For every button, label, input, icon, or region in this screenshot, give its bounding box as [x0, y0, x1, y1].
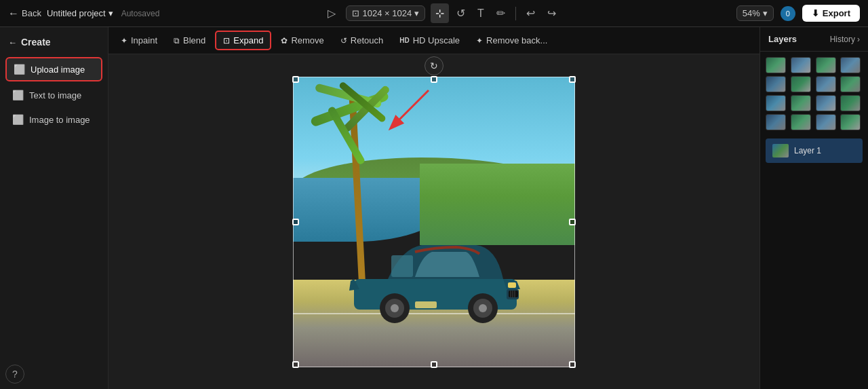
divider: [515, 7, 516, 20]
topbar: ← Back Untitled project ▾ Autosaved ▷ ⊡ …: [0, 0, 868, 27]
text-tool-button[interactable]: T: [473, 4, 489, 23]
tool-group: ⊹ ↺ T ✏ ↩ ↪: [431, 3, 561, 23]
handle-bottom-middle[interactable]: [431, 361, 437, 368]
pen-tool-button[interactable]: ✏: [492, 3, 510, 23]
remove-back-label: Remove back...: [486, 35, 547, 45]
retouch-label: Retouch: [351, 35, 383, 45]
svg-rect-14: [415, 301, 437, 308]
thumbnail-5[interactable]: [766, 76, 786, 92]
blend-button[interactable]: ⧉ Blend: [167, 32, 212, 49]
sidebar-item-text-label: Text to image: [29, 90, 81, 100]
svg-point-9: [479, 304, 487, 312]
hd-icon: HD: [399, 37, 409, 44]
handle-middle-left[interactable]: [292, 219, 299, 225]
handle-top-middle[interactable]: [431, 76, 437, 83]
autosaved-label: Autosaved: [121, 9, 160, 18]
help-button[interactable]: ?: [5, 365, 24, 384]
svg-rect-10: [509, 291, 518, 297]
network-indicator[interactable]: 0: [781, 6, 795, 21]
sidebar-bottom: ?: [5, 365, 102, 384]
history-chevron-icon: ›: [857, 35, 860, 44]
inpaint-button[interactable]: ✦ Inpaint: [114, 32, 164, 49]
blend-label: Blend: [183, 35, 205, 45]
thumbnail-4[interactable]: [840, 57, 861, 73]
sidebar-item-text-to-image[interactable]: ⬜ Text to image: [5, 84, 102, 106]
upload-icon: ⬜: [14, 64, 25, 75]
canvas-viewport[interactable]: ↻: [108, 54, 760, 389]
thumbnail-6[interactable]: [791, 76, 811, 92]
svg-rect-3: [508, 282, 516, 288]
svg-rect-1: [391, 255, 413, 277]
toolbar-strip: ✦ Inpaint ⧉ Blend ⊡ Expand ✿ Remove ↺ Re…: [108, 27, 760, 54]
rotate-icon: ↺: [456, 7, 465, 20]
zoom-value: 54%: [743, 8, 760, 18]
cursor-tool-button[interactable]: ▷: [323, 3, 340, 23]
layer-1-item[interactable]: Layer 1: [766, 138, 863, 163]
create-header: ← Create: [5, 33, 102, 52]
thumbnail-7[interactable]: [816, 76, 836, 92]
svg-point-6: [391, 304, 399, 312]
retouch-icon: ↺: [340, 36, 347, 45]
layer-1-name: Layer 1: [794, 146, 821, 155]
cursor-icon: ▷: [328, 7, 336, 20]
handle-top-left[interactable]: [292, 76, 299, 83]
retouch-button[interactable]: ↺ Retouch: [334, 32, 390, 49]
rotate-tool-button[interactable]: ↺: [452, 3, 470, 23]
back-label: Back: [22, 8, 41, 18]
help-icon: ?: [12, 369, 18, 379]
zoom-selector[interactable]: 54% ▾: [736, 5, 774, 21]
expand-button[interactable]: ⊡ Expand: [215, 31, 271, 50]
inpaint-label: Inpaint: [131, 35, 157, 45]
redo-button[interactable]: ↪: [542, 3, 561, 23]
thumbnail-1[interactable]: [766, 57, 786, 73]
remove-icon: ✿: [281, 36, 288, 45]
pen-icon: ✏: [496, 7, 505, 20]
thumbnails-grid: [760, 52, 868, 136]
thumbnail-12[interactable]: [840, 95, 861, 111]
handle-bottom-left[interactable]: [292, 361, 299, 368]
handle-middle-right[interactable]: [569, 219, 576, 225]
thumbnail-9[interactable]: [766, 95, 786, 111]
history-label: History: [830, 35, 855, 44]
handle-bottom-right[interactable]: [569, 361, 576, 368]
sidebar-item-image-to-image[interactable]: ⬜ Image to image: [5, 109, 102, 130]
refresh-icon: ↻: [430, 60, 438, 71]
thumbnail-14[interactable]: [791, 114, 811, 130]
network-count: 0: [786, 10, 790, 18]
sidebar-item-upload-image[interactable]: ⬜ Upload image: [5, 57, 102, 81]
dimensions-icon: ⊡: [352, 8, 359, 18]
upscale-label: HD Upscale: [413, 35, 460, 45]
export-label: Export: [823, 8, 850, 18]
export-icon: ⬇: [812, 8, 819, 18]
dimension-selector[interactable]: ⊡ 1024 × 1024 ▾: [346, 5, 425, 21]
remove-button[interactable]: ✿ Remove: [274, 32, 330, 49]
remove-label: Remove: [291, 35, 323, 45]
refresh-button[interactable]: ↻: [425, 56, 443, 75]
thumbnail-8[interactable]: [840, 76, 861, 92]
topbar-left: ← Back Untitled project ▾ Autosaved: [8, 7, 159, 20]
thumbnail-10[interactable]: [791, 95, 811, 111]
dimensions-chevron-icon: ▾: [414, 8, 419, 18]
create-back-icon: ←: [8, 37, 17, 48]
remove-back-button[interactable]: ✦ Remove back...: [469, 32, 554, 49]
expand-icon: ⊡: [223, 36, 230, 45]
thumbnail-11[interactable]: [816, 95, 836, 111]
thumbnail-15[interactable]: [816, 114, 836, 130]
undo-button[interactable]: ↩: [521, 3, 540, 23]
export-button[interactable]: ⬇ Export: [802, 5, 860, 22]
handle-top-right[interactable]: [569, 76, 576, 83]
zoom-chevron-icon: ▾: [763, 8, 768, 18]
img-to-img-icon: ⬜: [12, 114, 24, 125]
history-tab[interactable]: History ›: [830, 35, 860, 44]
thumbnail-13[interactable]: [766, 114, 786, 130]
back-button[interactable]: ← Back: [8, 7, 41, 20]
topbar-center: ▷ ⊡ 1024 × 1024 ▾ ⊹ ↺ T ✏ ↩ ↪: [167, 3, 716, 23]
create-label: Create: [21, 37, 51, 48]
select-tool-button[interactable]: ⊹: [431, 3, 449, 23]
thumbnail-3[interactable]: [816, 57, 836, 73]
canvas-container: ↻: [293, 77, 575, 367]
thumbnail-16[interactable]: [840, 114, 861, 130]
project-title[interactable]: Untitled project ▾: [47, 8, 113, 18]
thumbnail-2[interactable]: [791, 57, 811, 73]
hd-upscale-button[interactable]: HD HD Upscale: [393, 32, 467, 49]
